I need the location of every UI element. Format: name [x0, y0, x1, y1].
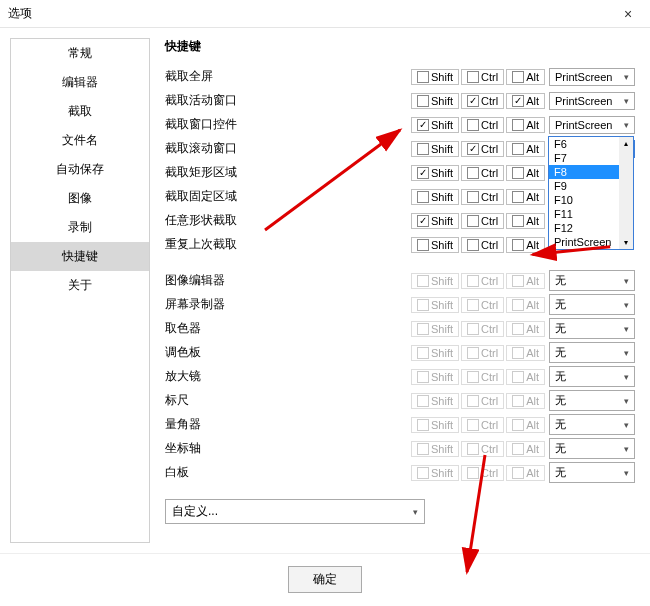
- key-select[interactable]: 无▾: [549, 390, 635, 411]
- shortcut-row: 放大镜 ShiftCtrlAlt 无▾: [165, 365, 635, 388]
- alt-modifier: Alt: [506, 297, 545, 313]
- sidebar-item[interactable]: 文件名: [11, 126, 149, 155]
- sidebar-item[interactable]: 常规: [11, 39, 149, 68]
- scrollbar[interactable]: ▴▾: [619, 137, 633, 249]
- key-dropdown[interactable]: F6F7F8F9F10F11F12PrintScreen▴▾: [548, 136, 634, 250]
- checkbox-icon: [417, 191, 429, 203]
- shift-modifier: Shift: [411, 369, 459, 385]
- key-select[interactable]: 无▾: [549, 270, 635, 291]
- chevron-down-icon: ▾: [624, 348, 629, 358]
- shortcut-row: 图像编辑器 ShiftCtrlAlt 无▾: [165, 269, 635, 292]
- row-label: 截取矩形区域: [165, 164, 285, 181]
- checkbox-icon: [512, 323, 524, 335]
- checkbox-icon: [467, 215, 479, 227]
- sidebar-item[interactable]: 录制: [11, 213, 149, 242]
- ctrl-modifier[interactable]: ✓Ctrl: [461, 93, 504, 109]
- alt-modifier[interactable]: Alt: [506, 189, 545, 205]
- row-label: 任意形状截取: [165, 212, 285, 229]
- key-select[interactable]: 无▾: [549, 294, 635, 315]
- row-label: 截取窗口控件: [165, 116, 285, 133]
- ctrl-modifier[interactable]: ✓Ctrl: [461, 141, 504, 157]
- key-select[interactable]: 无▾: [549, 318, 635, 339]
- sidebar-item[interactable]: 关于: [11, 271, 149, 300]
- row-label: 截取活动窗口: [165, 92, 285, 109]
- checkbox-icon: [467, 191, 479, 203]
- key-value: 无: [555, 393, 566, 408]
- ctrl-modifier[interactable]: Ctrl: [461, 69, 504, 85]
- preset-label: 自定义...: [172, 503, 218, 520]
- alt-modifier: Alt: [506, 321, 545, 337]
- shortcut-row: 标尺 ShiftCtrlAlt 无▾: [165, 389, 635, 412]
- key-select[interactable]: 无▾: [549, 342, 635, 363]
- sidebar-item[interactable]: 快捷键: [11, 242, 149, 271]
- checkbox-icon: [417, 275, 429, 287]
- ctrl-modifier[interactable]: Ctrl: [461, 117, 504, 133]
- alt-modifier: Alt: [506, 369, 545, 385]
- alt-modifier[interactable]: Alt: [506, 69, 545, 85]
- key-select[interactable]: 无▾: [549, 366, 635, 387]
- key-value: 无: [555, 441, 566, 456]
- checkbox-icon: [467, 167, 479, 179]
- row-label: 图像编辑器: [165, 272, 285, 289]
- shift-modifier: Shift: [411, 297, 459, 313]
- content-panel: 快捷键 截取全屏 ShiftCtrlAltPrintScreen▾截取活动窗口 …: [150, 28, 650, 553]
- sidebar-item[interactable]: 编辑器: [11, 68, 149, 97]
- sidebar-item[interactable]: 自动保存: [11, 155, 149, 184]
- row-label: 标尺: [165, 392, 285, 409]
- preset-combo[interactable]: 自定义... ▾: [165, 499, 425, 524]
- alt-modifier[interactable]: Alt: [506, 117, 545, 133]
- key-select[interactable]: PrintScreen▾: [549, 68, 635, 86]
- chevron-down-icon: ▾: [413, 507, 418, 517]
- ctrl-modifier[interactable]: Ctrl: [461, 213, 504, 229]
- key-select[interactable]: 无▾: [549, 414, 635, 435]
- shift-modifier[interactable]: ✓Shift: [411, 213, 459, 229]
- ctrl-modifier: Ctrl: [461, 465, 504, 481]
- ctrl-modifier: Ctrl: [461, 321, 504, 337]
- key-select[interactable]: PrintScreen▾: [549, 92, 635, 110]
- ctrl-modifier[interactable]: Ctrl: [461, 189, 504, 205]
- key-select[interactable]: 无▾: [549, 438, 635, 459]
- checkbox-icon: ✓: [417, 215, 429, 227]
- checkbox-icon: [512, 167, 524, 179]
- alt-modifier[interactable]: Alt: [506, 141, 545, 157]
- chevron-down-icon: ▾: [624, 72, 629, 82]
- alt-modifier: Alt: [506, 465, 545, 481]
- checkbox-icon: [512, 71, 524, 83]
- checkbox-icon: [417, 71, 429, 83]
- shortcut-row: 白板 ShiftCtrlAlt 无▾: [165, 461, 635, 484]
- row-label: 白板: [165, 464, 285, 481]
- alt-modifier[interactable]: Alt: [506, 213, 545, 229]
- key-select[interactable]: 无▾: [549, 462, 635, 483]
- key-select[interactable]: PrintScreen▾: [549, 116, 635, 134]
- close-icon[interactable]: ×: [614, 6, 642, 22]
- alt-modifier[interactable]: ✓Alt: [506, 93, 545, 109]
- checkbox-icon: [467, 239, 479, 251]
- shift-modifier[interactable]: ✓Shift: [411, 117, 459, 133]
- shift-modifier[interactable]: Shift: [411, 69, 459, 85]
- checkbox-icon: [512, 347, 524, 359]
- checkbox-icon: [512, 119, 524, 131]
- shift-modifier: Shift: [411, 273, 459, 289]
- shortcut-row: 截取活动窗口 Shift✓Ctrl✓AltPrintScreen▾: [165, 89, 635, 112]
- shortcut-row: 截取全屏 ShiftCtrlAltPrintScreen▾: [165, 65, 635, 88]
- alt-modifier[interactable]: Alt: [506, 237, 545, 253]
- ok-button[interactable]: 确定: [288, 566, 362, 593]
- shortcut-row: 量角器 ShiftCtrlAlt 无▾: [165, 413, 635, 436]
- alt-modifier[interactable]: Alt: [506, 165, 545, 181]
- sidebar-item[interactable]: 图像: [11, 184, 149, 213]
- shift-modifier[interactable]: Shift: [411, 93, 459, 109]
- sidebar-item[interactable]: 截取: [11, 97, 149, 126]
- alt-modifier: Alt: [506, 393, 545, 409]
- shift-modifier[interactable]: ✓Shift: [411, 165, 459, 181]
- chevron-down-icon: ▾: [624, 300, 629, 310]
- shift-modifier[interactable]: Shift: [411, 141, 459, 157]
- ctrl-modifier[interactable]: Ctrl: [461, 237, 504, 253]
- shift-modifier[interactable]: Shift: [411, 237, 459, 253]
- ctrl-modifier[interactable]: Ctrl: [461, 165, 504, 181]
- row-label: 调色板: [165, 344, 285, 361]
- checkbox-icon: [467, 347, 479, 359]
- key-value: 无: [555, 297, 566, 312]
- shift-modifier[interactable]: Shift: [411, 189, 459, 205]
- checkbox-icon: [512, 143, 524, 155]
- checkbox-icon: [417, 239, 429, 251]
